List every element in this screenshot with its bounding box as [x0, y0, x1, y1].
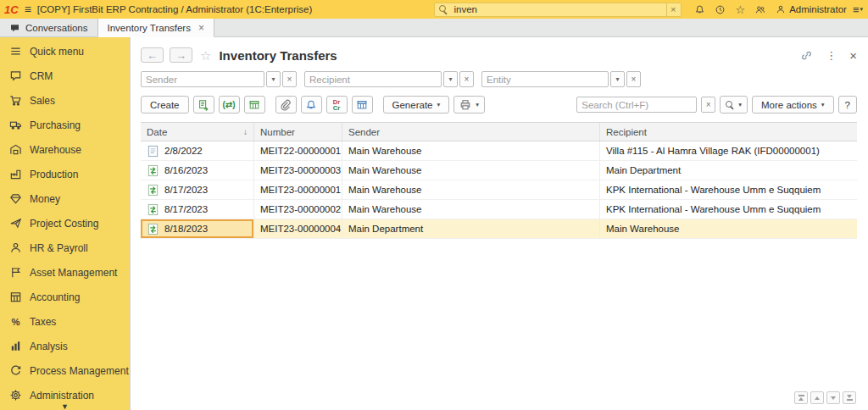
entity-filter-input[interactable] — [481, 71, 609, 87]
table-row[interactable]: 8/17/2023 MEIT23-00000002 Main Warehouse… — [141, 200, 857, 219]
create-button[interactable]: Create — [141, 96, 189, 114]
help-button[interactable]: ? — [838, 96, 857, 114]
more-actions-button[interactable]: More actions ▾ — [752, 96, 834, 114]
search-clear-icon[interactable]: × — [666, 3, 679, 16]
cell-recipient[interactable]: KPK International - Warehouse Umm e Suqq… — [600, 180, 857, 199]
sidebar-item-purchasing[interactable]: Purchasing — [0, 113, 130, 137]
cell-number[interactable]: MEIT23-00000003 — [254, 161, 342, 180]
favorite-star-button[interactable]: ☆ — [200, 49, 211, 62]
sidebar-item-production[interactable]: Production — [0, 162, 130, 186]
table-row[interactable]: 2/8/2022 MEIT22-00000001 Main Warehouse … — [141, 141, 857, 161]
reminder-bell-button[interactable] — [301, 96, 322, 114]
sidebar-scroll-more-icon[interactable]: ▼ — [61, 402, 69, 410]
current-user[interactable]: Administrator — [776, 4, 847, 14]
printer-icon — [459, 99, 471, 111]
entity-filter-dropdown-button[interactable]: ▾ — [610, 71, 625, 87]
list-search-input[interactable] — [576, 97, 697, 113]
recipient-filter-clear-button[interactable]: × — [459, 71, 474, 87]
hamburger-menu-button[interactable]: ≡ — [25, 3, 31, 15]
sender-filter-input[interactable] — [141, 71, 264, 87]
sidebar-item-hr-payroll[interactable]: HR & Payroll — [0, 235, 130, 260]
cell-number[interactable]: MEIT23-00000004 — [254, 219, 342, 238]
cell-sender[interactable]: Main Warehouse — [342, 141, 600, 160]
column-header-number[interactable]: Number — [254, 123, 342, 141]
cell-sender[interactable]: Main Warehouse — [342, 180, 600, 199]
link-button[interactable] — [800, 49, 813, 62]
column-header-sender[interactable]: Sender — [342, 123, 600, 141]
cell-number[interactable]: MEIT22-00000001 — [254, 141, 342, 160]
table-row[interactable]: 8/17/2023 MEIT23-00000001 Main Warehouse… — [141, 180, 857, 200]
cell-date[interactable]: 8/16/2023 — [141, 161, 254, 180]
list-settings-button[interactable] — [244, 96, 265, 114]
sidebar-item-label: Money — [30, 193, 60, 205]
tab-label: Conversations — [25, 23, 88, 33]
favorites-star-button[interactable]: ☆ — [735, 4, 745, 15]
sender-filter-clear-button[interactable]: × — [282, 71, 297, 87]
tab-close-icon[interactable]: × — [198, 22, 204, 34]
cell-date[interactable]: 8/17/2023 — [141, 180, 254, 199]
sidebar-item-analysis[interactable]: Analysis — [0, 334, 130, 358]
entity-filter-clear-button[interactable]: × — [626, 71, 641, 87]
back-button[interactable]: ← — [141, 47, 164, 63]
cell-recipient[interactable]: KPK International - Warehouse Umm e Suqq… — [600, 200, 857, 219]
print-button[interactable]: ▾ — [453, 96, 485, 114]
discussions-people-button[interactable] — [754, 4, 766, 15]
cell-date-focused[interactable]: 8/18/2023 — [141, 219, 254, 238]
scroll-down-button[interactable] — [826, 391, 840, 404]
sidebar-item-taxes[interactable]: % Taxes — [0, 309, 130, 334]
close-page-button[interactable]: × — [849, 49, 857, 62]
cell-sender[interactable]: Main Department — [342, 219, 600, 238]
sidebar-item-label: Purchasing — [30, 119, 81, 131]
recipient-filter-dropdown-button[interactable]: ▾ — [443, 71, 458, 87]
sender-filter-dropdown-button[interactable]: ▾ — [266, 71, 281, 87]
cell-number[interactable]: MEIT23-00000002 — [254, 200, 342, 219]
sidebar-item-accounting[interactable]: Accounting — [0, 285, 130, 309]
set-interval-button[interactable]: (⇄) — [219, 96, 240, 114]
more-menu-button[interactable]: ⋮ — [826, 50, 837, 61]
cell-recipient[interactable]: Main Warehouse — [600, 219, 857, 238]
go-last-button[interactable] — [843, 391, 856, 404]
sidebar-item-crm[interactable]: CRM — [0, 64, 130, 88]
cell-sender[interactable]: Main Warehouse — [342, 200, 600, 219]
column-header-recipient[interactable]: Recipient — [600, 123, 857, 141]
sidebar-item-label: Process Management — [30, 365, 129, 377]
history-clock-button[interactable] — [715, 4, 726, 15]
cell-recipient[interactable]: Villa #115 - Al Hamra Village RAK (IFD00… — [600, 141, 857, 160]
tab-inventory-transfers[interactable]: Inventory Transfers × — [97, 19, 214, 37]
cell-recipient[interactable]: Main Department — [600, 161, 857, 180]
sidebar-item-asset-management[interactable]: Asset Management — [0, 260, 130, 285]
table-row-selected[interactable]: 8/18/2023 MEIT23-00000004 Main Departmen… — [141, 219, 857, 239]
column-header-date[interactable]: Date ↓ — [141, 123, 254, 141]
table-settings-icon — [248, 99, 260, 111]
table-row[interactable]: 8/16/2023 MEIT23-00000003 Main Warehouse… — [141, 161, 857, 180]
recipient-filter-input[interactable] — [304, 71, 442, 87]
notifications-bell-button[interactable] — [694, 4, 705, 15]
scroll-up-button[interactable] — [810, 391, 824, 404]
go-first-button[interactable] — [794, 391, 808, 404]
posting-drcr-button[interactable]: Dr Cr — [326, 96, 348, 114]
bar-icon — [847, 399, 853, 401]
main-menu-button[interactable]: ≡ ▾ — [853, 3, 863, 16]
create-by-copy-button[interactable] — [193, 96, 214, 114]
sidebar-item-quick-menu[interactable]: Quick menu — [0, 39, 130, 64]
forward-button[interactable]: → — [170, 47, 192, 63]
cell-date[interactable]: 2/8/2022 — [141, 141, 254, 160]
cell-number[interactable]: MEIT23-00000001 — [254, 180, 342, 199]
cell-date[interactable]: 8/17/2023 — [141, 200, 254, 219]
register-records-button[interactable] — [352, 96, 373, 114]
global-search-box[interactable]: × — [434, 3, 682, 17]
sidebar-item-project-costing[interactable]: Project Costing — [0, 211, 130, 235]
tab-conversations[interactable]: Conversations — [0, 19, 97, 36]
generate-button[interactable]: Generate ▾ — [383, 96, 450, 114]
clear-icon: × — [465, 75, 470, 84]
sidebar-item-money[interactable]: Money — [0, 186, 130, 211]
list-search-clear-button[interactable]: × — [701, 97, 715, 113]
cell-sender[interactable]: Main Warehouse — [342, 161, 600, 180]
sidebar-item-warehouse[interactable]: Warehouse — [0, 137, 130, 162]
sidebar-item-process-management[interactable]: Process Management — [0, 358, 130, 383]
attach-file-button[interactable] — [275, 96, 297, 114]
sidebar-item-sales[interactable]: Sales — [0, 88, 130, 113]
recipient-filter: ▾ × — [304, 71, 474, 87]
advanced-search-button[interactable]: ▾ — [720, 96, 748, 114]
global-search-input[interactable] — [452, 3, 662, 15]
